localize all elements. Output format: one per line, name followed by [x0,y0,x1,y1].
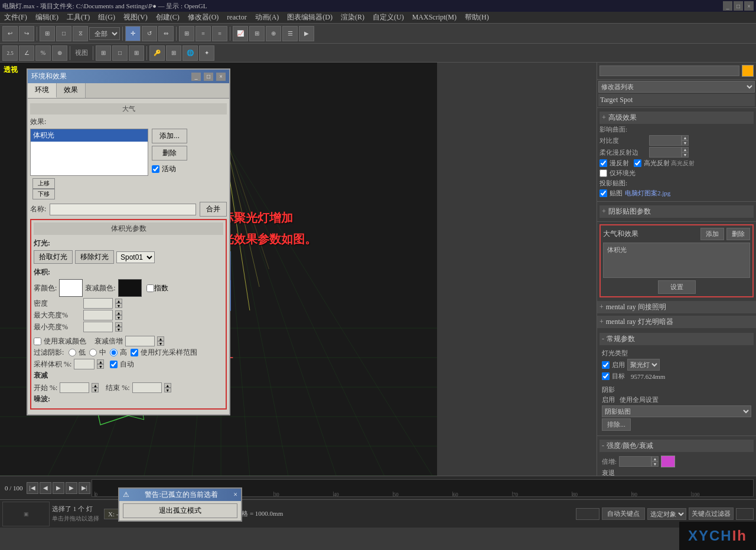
light-color-swatch[interactable] [742,65,754,77]
use-atten-checkbox[interactable] [34,338,41,345]
curve-editor-btn[interactable]: 📈 [233,26,248,41]
intensity-header[interactable]: - 强度/颜色/衰减 [599,440,754,452]
snap-2d-btn[interactable]: 2.5 [2,45,18,61]
min-bright-down[interactable]: ▼ [115,327,122,332]
select-obj-dropdown[interactable]: 选定对象 [647,508,686,520]
menu-edit[interactable]: 编辑(E) [34,12,60,22]
menu-view[interactable]: 视图(V) [122,12,149,22]
sample-vol-down[interactable]: ▼ [97,364,104,369]
shadow-map-header[interactable]: + 阴影贴图参数 [599,205,754,218]
end-input[interactable]: 100.0 [132,382,162,393]
start-up[interactable]: ▲ [92,383,99,388]
menu-tools[interactable]: 工具(T) [65,12,92,22]
key-filter-btn[interactable]: 关键点过滤器 [689,508,734,520]
angle-snap-btn[interactable]: ∠ [19,45,34,61]
light-select[interactable]: Spot01 [116,251,155,263]
dialog-title-controls[interactable]: _ □ × [190,72,226,81]
color-swatch[interactable] [661,456,675,467]
remove-light-btn[interactable]: 移除灯光 [75,250,114,264]
maximize-btn[interactable]: □ [734,1,743,11]
menu-help[interactable]: 帮助(H) [463,12,491,22]
soften-diff-down[interactable]: ▼ [682,152,689,158]
target-spot-item[interactable]: Target Spot [598,94,755,106]
sample-vol-input[interactable]: 20 [74,359,94,369]
window-controls[interactable]: _ □ × [723,1,754,11]
atten-color-swatch[interactable] [118,279,142,297]
autokey-btn[interactable]: 自动关键点 [602,508,645,520]
go-end-btn[interactable]: ▶| [79,482,90,494]
dialog-minimize-btn[interactable]: _ [191,73,201,81]
viewport-layout-btn[interactable]: □ [112,45,128,61]
active-checkbox[interactable] [152,165,159,173]
render-to-btn[interactable]: ⊞ [166,45,181,61]
atmo-delete-btn[interactable]: 删除 [726,228,750,240]
time-input[interactable]: 0 [576,508,599,520]
filter-mid-radio[interactable] [89,349,97,356]
map-name[interactable]: 电脑灯图案2.jpg [625,189,670,198]
exit-isolate-btn[interactable]: 退出孤立模式 [123,503,237,518]
warning-title-bar[interactable]: ⚠ 警告:已孤立的当前选着 × [119,489,241,501]
dialog-close-btn[interactable]: × [216,73,226,81]
align-btn[interactable]: ≡ [195,26,211,41]
percent-snap-btn[interactable]: % [35,45,51,61]
tab-environment[interactable]: 环境 [28,83,57,98]
menu-graph-editor[interactable]: 图表编辑器(D) [285,12,334,22]
auto-checkbox[interactable] [110,361,118,368]
prev-frame-btn[interactable]: ◀ [40,482,51,494]
soften-diff-input[interactable]: 0.0 [649,147,682,158]
menu-reactor[interactable]: reactor [225,13,248,22]
menu-maxscript[interactable]: MAXScript(M) [410,13,458,22]
sample-vol-up[interactable]: ▲ [97,359,104,364]
min-brightness-spinner[interactable]: ▲ ▼ [115,322,122,332]
menu-create[interactable]: 创建(C) [154,12,181,22]
ambient-only-checkbox[interactable] [599,169,607,177]
minimize-btn[interactable]: _ [723,1,732,11]
soften-diff-up[interactable]: ▲ [682,147,689,152]
end-down[interactable]: ▼ [164,388,171,392]
viewport-config-btn[interactable]: ⊞ [96,45,111,61]
min-brightness-input[interactable]: 0.0 [83,322,113,332]
render-scene-btn[interactable]: ☰ [282,26,298,41]
index-checkbox[interactable] [146,284,154,292]
merge-btn[interactable]: 合并 [200,202,227,217]
start-spinner[interactable]: ▲ ▼ [92,383,99,392]
target-checkbox[interactable] [602,372,610,380]
edit-named-sel-btn[interactable]: ⊞ [129,45,144,61]
go-start-btn[interactable]: |◀ [27,482,38,494]
sample-vol-spinner[interactable]: ▲ ▼ [97,359,104,369]
filter-low-radio[interactable] [69,349,76,356]
pick-light-btn[interactable]: 拾取灯光 [34,250,73,264]
atten-mult-spinner[interactable]: ▲ ▼ [157,336,164,346]
redo-btn[interactable]: ↪ [19,26,34,41]
adv-effects-header[interactable]: + 高级效果 [599,112,754,124]
contrast-input[interactable]: 0.0 [649,135,682,146]
use-light-sample-checkbox[interactable] [131,349,138,356]
multiplier-up[interactable]: ▲ [651,456,659,461]
setup-btn[interactable]: 设置 [658,280,696,294]
density-up[interactable]: ▲ [115,299,122,303]
next-frame-btn[interactable]: ▶ [66,482,77,494]
dialog-title-bar[interactable]: 环境和效果 _ □ × [28,70,229,83]
select-link-btn[interactable]: ⧖ [73,26,88,41]
mental-ray-indirect-header[interactable]: + mental ray 间接照明 [597,301,756,313]
frame-input[interactable]: 0 [736,508,754,520]
select-btn[interactable]: ⊞ [40,26,55,41]
render-type-btn[interactable]: 🔑 [149,45,165,61]
mental-ray-shader-header[interactable]: + mental ray 灯光明暗器 [597,316,756,328]
light-enable-checkbox[interactable] [602,361,610,369]
move-btn[interactable]: ✛ [125,26,141,41]
modifier-list-dropdown[interactable]: 修改器列表 [598,81,755,93]
filter-high-radio[interactable] [110,349,118,356]
delete-effect-btn[interactable]: 删除 [152,146,187,161]
atmo-add-btn[interactable]: 添加 [700,228,724,240]
max-bright-up[interactable]: ▲ [115,310,122,315]
scale-btn[interactable]: ⇔ [158,26,174,41]
atten-mult-input[interactable]: 1.0 [125,336,155,346]
undo-btn[interactable]: ↩ [2,26,18,41]
end-up[interactable]: ▲ [164,383,171,388]
dialog-maximize-btn[interactable]: □ [204,73,213,81]
multiplier-spinner[interactable]: ▲ ▼ [651,456,659,467]
start-down[interactable]: ▼ [92,388,99,392]
environment-btn[interactable]: 🌐 [183,45,198,61]
density-spinner[interactable]: ▲ ▼ [115,299,122,308]
